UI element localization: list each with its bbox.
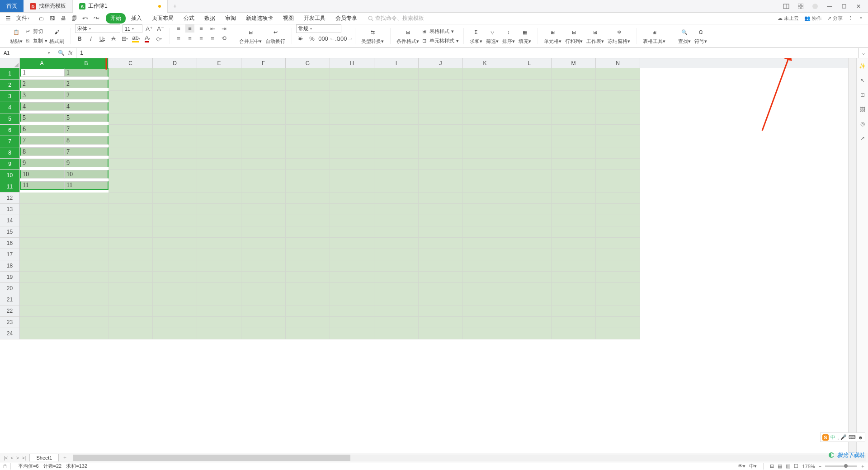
cell[interactable]	[197, 159, 241, 170]
cell[interactable]	[507, 215, 552, 226]
row-header[interactable]: 2	[0, 80, 20, 91]
horizontal-scrollbar[interactable]	[73, 455, 866, 461]
cell[interactable]	[108, 159, 153, 170]
cell[interactable]	[374, 306, 419, 317]
cell[interactable]	[153, 136, 197, 147]
cell[interactable]	[419, 215, 463, 226]
ribbon-tab-dev[interactable]: 开发工具	[299, 13, 330, 24]
cell[interactable]	[286, 170, 330, 181]
cell[interactable]	[108, 102, 153, 113]
cell[interactable]	[241, 328, 286, 339]
cell[interactable]	[374, 260, 419, 272]
cell[interactable]	[596, 306, 640, 317]
cell[interactable]	[241, 249, 286, 260]
ribbon-tab-view[interactable]: 视图	[278, 13, 298, 24]
align-top-icon[interactable]: ≡	[174, 24, 183, 33]
cell[interactable]	[463, 147, 507, 159]
cell[interactable]	[463, 317, 507, 328]
cell[interactable]	[64, 226, 108, 238]
cell[interactable]	[241, 294, 286, 306]
cell[interactable]	[64, 238, 108, 249]
column-header[interactable]: E	[197, 58, 241, 68]
cell[interactable]	[153, 80, 197, 91]
cell[interactable]	[374, 226, 419, 238]
cell[interactable]	[330, 102, 374, 113]
cell[interactable]	[108, 215, 153, 226]
cell[interactable]	[197, 260, 241, 272]
cell[interactable]	[153, 147, 197, 159]
cell[interactable]	[419, 306, 463, 317]
ribbon-tab-data[interactable]: 数据	[200, 13, 220, 24]
cell[interactable]	[507, 226, 552, 238]
zoom-out-button[interactable]: −	[819, 464, 821, 469]
cell[interactable]	[197, 283, 241, 294]
cell[interactable]	[197, 125, 241, 136]
cell[interactable]	[197, 226, 241, 238]
cell[interactable]	[374, 91, 419, 102]
cell[interactable]	[552, 294, 596, 306]
cell[interactable]	[552, 102, 596, 113]
side-cell-icon[interactable]: ⊡	[859, 91, 867, 99]
cell[interactable]	[463, 125, 507, 136]
cell[interactable]	[20, 328, 64, 339]
view-break-icon[interactable]: ▥	[786, 463, 790, 469]
cell[interactable]	[463, 102, 507, 113]
cjk-icon[interactable]: 中▾	[749, 463, 757, 470]
cell[interactable]	[463, 181, 507, 193]
cell[interactable]	[330, 317, 374, 328]
sheet-first-icon[interactable]: |<	[4, 455, 8, 461]
cell[interactable]	[197, 102, 241, 113]
column-header[interactable]: D	[153, 58, 197, 68]
cell[interactable]	[197, 272, 241, 283]
wrap-button[interactable]: ↩自动换行	[264, 26, 287, 47]
cell[interactable]	[552, 147, 596, 159]
orientation-icon[interactable]: ⟲	[219, 34, 228, 42]
cell[interactable]	[64, 215, 108, 226]
cell[interactable]	[330, 136, 374, 147]
row-header[interactable]: 7	[0, 136, 20, 147]
cell[interactable]	[507, 272, 552, 283]
print-icon[interactable]: 🖶	[61, 15, 66, 22]
align-left-icon[interactable]: ≡	[174, 34, 183, 42]
row-header[interactable]: 23	[0, 317, 20, 328]
dec-inc-icon[interactable]: ←.0	[330, 34, 339, 42]
side-assistant-icon[interactable]: ✨	[859, 62, 867, 70]
sort-button[interactable]: ↕排序▾	[500, 26, 517, 47]
cell[interactable]	[596, 328, 640, 339]
cell[interactable]	[596, 147, 640, 159]
cell[interactable]	[419, 181, 463, 193]
font-name-select[interactable]: 宋体▾	[75, 24, 120, 33]
cell[interactable]	[330, 283, 374, 294]
cell[interactable]	[330, 294, 374, 306]
fill-button[interactable]: ▦填充▾	[517, 26, 533, 47]
file-menu[interactable]: 文件▾	[14, 14, 32, 22]
cell[interactable]	[419, 238, 463, 249]
cell[interactable]	[20, 215, 64, 226]
zoom-slider[interactable]	[825, 465, 857, 467]
number-format-select[interactable]: 常规▾	[296, 24, 341, 33]
cell[interactable]	[596, 170, 640, 181]
row-header[interactable]: 3	[0, 91, 20, 102]
cell[interactable]	[507, 159, 552, 170]
cell[interactable]	[419, 226, 463, 238]
cell[interactable]	[596, 249, 640, 260]
cell[interactable]	[64, 204, 108, 215]
cell[interactable]	[64, 294, 108, 306]
borders-button[interactable]: ⊞▾	[120, 34, 129, 42]
cell[interactable]	[374, 159, 419, 170]
cell[interactable]	[374, 215, 419, 226]
cell[interactable]: 3	[20, 91, 64, 99]
cell[interactable]	[507, 68, 552, 80]
cell[interactable]	[197, 147, 241, 159]
cell[interactable]	[419, 147, 463, 159]
cell[interactable]	[507, 193, 552, 204]
cell[interactable]	[507, 317, 552, 328]
cell[interactable]	[507, 181, 552, 193]
cell[interactable]	[596, 91, 640, 102]
cell[interactable]	[153, 193, 197, 204]
cell[interactable]: 7	[20, 136, 64, 145]
row-header[interactable]: 17	[0, 249, 20, 260]
cell[interactable]	[20, 204, 64, 215]
ribbon-tab-home[interactable]: 开始	[106, 13, 126, 24]
cell[interactable]	[419, 91, 463, 102]
